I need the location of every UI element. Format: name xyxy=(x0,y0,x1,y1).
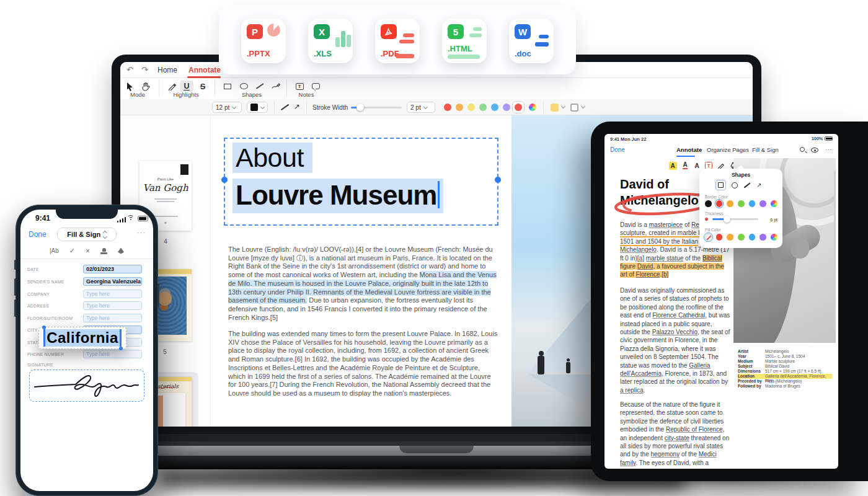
rectangle-shape-icon[interactable] xyxy=(221,81,234,92)
pie-chart-icon xyxy=(267,24,280,37)
highlight-pen-icon[interactable] xyxy=(165,81,179,92)
powerpoint-icon: P xyxy=(247,24,263,39)
floor-suite-room-field[interactable]: Type here xyxy=(83,314,142,323)
infobox-value: Pietà (Michelangelo) xyxy=(765,379,832,384)
stamp-tool-icon[interactable] xyxy=(100,248,107,254)
text-line-bar xyxy=(448,55,480,59)
underline-text-tool-icon[interactable]: A xyxy=(680,161,690,170)
field-label: PHONE NUMBER xyxy=(27,352,64,356)
chevron-down-icon[interactable] xyxy=(581,104,585,108)
text-color-dropdown[interactable] xyxy=(247,102,268,113)
fill-orange-dot[interactable] xyxy=(727,234,733,241)
color-dot-red[interactable] xyxy=(444,104,451,111)
stroke-width-label: Stroke Width xyxy=(312,104,348,111)
line-tool-icon[interactable] xyxy=(281,104,289,110)
color-dot-yellow[interactable] xyxy=(467,104,475,111)
fill-and-sign-mode-button[interactable]: Fill & Sign xyxy=(57,228,117,241)
chevron-down-icon[interactable] xyxy=(561,104,565,108)
sender-name-field[interactable]: Georgina Valenzuela xyxy=(83,277,142,286)
scrollbar[interactable] xyxy=(834,171,836,329)
highlight-text-tool-icon[interactable]: A xyxy=(668,161,678,170)
date-field[interactable]: 02/01/2023 xyxy=(83,265,142,274)
hand-tool-icon[interactable] xyxy=(139,81,153,92)
checkmark-tool[interactable]: ✓ xyxy=(69,247,75,255)
arrow-tool-icon[interactable]: ↗ xyxy=(294,102,300,111)
square-shape-selected[interactable] xyxy=(715,180,726,190)
fill-red-dot[interactable] xyxy=(716,234,723,241)
pdf-label: .PDF xyxy=(381,49,399,58)
text-line-bar xyxy=(539,35,549,38)
stroke-size-dropdown[interactable]: 2 pt xyxy=(407,102,435,113)
done-button[interactable]: Done xyxy=(29,230,46,239)
color-wheel-icon[interactable] xyxy=(529,104,536,111)
infobox-row: SubjectBiblical David xyxy=(738,364,832,369)
color-dot-selected-red[interactable] xyxy=(515,104,522,111)
text-line-bar xyxy=(403,33,414,37)
fill-blue-dot[interactable] xyxy=(749,234,756,241)
color-dot-purple[interactable] xyxy=(503,104,510,111)
signature-box[interactable] xyxy=(29,370,144,402)
text-line-bar xyxy=(399,40,414,43)
strikethrough-text-tool-icon[interactable]: A xyxy=(692,161,702,170)
phone-number-field[interactable]: Type here xyxy=(83,350,142,359)
border-blue-dot[interactable] xyxy=(749,200,756,207)
more-menu-button[interactable]: ··· xyxy=(826,146,833,153)
tab-organize-pages[interactable]: Organize Pages xyxy=(707,146,749,153)
line-shape-icon[interactable] xyxy=(253,81,267,92)
view-settings-icon[interactable] xyxy=(811,148,818,153)
company-field[interactable]: Type here xyxy=(83,290,142,299)
line-shape[interactable] xyxy=(744,182,750,188)
fill-green-dot[interactable] xyxy=(738,234,745,241)
title-selection-box[interactable]: About Louvre Museum xyxy=(224,138,498,226)
undo-icon[interactable]: ↶ xyxy=(126,65,133,74)
circle-shape[interactable] xyxy=(732,182,738,188)
thickness-value: 6 pt xyxy=(770,218,777,222)
tab-fill-and-sign[interactable]: Fill & Sign xyxy=(752,146,779,153)
fill-color-label: Fill Color xyxy=(705,228,721,232)
tab-home[interactable]: Home xyxy=(157,66,177,74)
sticky-note-color-swatch[interactable] xyxy=(551,104,559,112)
comment-tool-icon[interactable] xyxy=(309,81,322,92)
ellipse-shape-icon[interactable] xyxy=(237,81,250,92)
text-field-tool[interactable]: |Ab xyxy=(50,247,59,254)
freehand-pen-icon[interactable] xyxy=(269,81,283,92)
fill-color-swatch[interactable] xyxy=(570,104,578,112)
active-tab-underline xyxy=(676,156,695,157)
fill-none-selected[interactable] xyxy=(705,234,712,241)
tab-annotate[interactable]: Annotate xyxy=(188,66,221,74)
text-box-tool-icon[interactable]: T xyxy=(293,81,306,92)
color-dot-orange[interactable] xyxy=(456,104,463,111)
redo-icon[interactable]: ↷ xyxy=(141,65,148,74)
stroke-slider-knob[interactable] xyxy=(356,104,364,111)
stroke-slider-track[interactable] xyxy=(360,107,402,108)
address-field[interactable]: Type here xyxy=(83,301,142,311)
border-green-dot[interactable] xyxy=(738,200,745,207)
person-head xyxy=(567,358,570,361)
color-dot-blue[interactable] xyxy=(491,104,498,111)
search-icon[interactable] xyxy=(800,147,805,152)
arrow-shape[interactable]: ↗ xyxy=(756,182,761,188)
border-purple-dot[interactable] xyxy=(760,200,766,207)
border-red-dot-selected[interactable] xyxy=(716,200,723,207)
cursor-tool-icon[interactable] xyxy=(123,81,136,92)
chevron-down-icon xyxy=(423,104,428,108)
color-wheel-icon[interactable] xyxy=(771,200,777,207)
cross-tool[interactable]: × xyxy=(86,247,90,255)
strikethrough-tool-icon[interactable]: S xyxy=(196,81,210,92)
color-wheel-icon[interactable] xyxy=(771,234,777,241)
signature-tool-icon[interactable] xyxy=(118,248,124,254)
done-button[interactable]: Done xyxy=(610,146,625,153)
font-size-dropdown[interactable]: 12 pt xyxy=(212,102,242,113)
selection-caret-left[interactable] xyxy=(43,329,45,347)
border-orange-dot[interactable] xyxy=(727,200,733,207)
selection-handle-right[interactable] xyxy=(495,177,501,183)
selection-handle-left[interactable] xyxy=(221,177,228,183)
tab-annotate[interactable]: Annotate xyxy=(676,146,702,153)
border-black-dot[interactable] xyxy=(705,200,712,207)
underline-tool-icon[interactable]: U xyxy=(180,81,193,92)
color-dot-green[interactable] xyxy=(479,104,487,111)
thickness-slider[interactable] xyxy=(712,218,758,220)
fill-purple-dot[interactable] xyxy=(760,234,766,241)
more-menu-button[interactable]: ··· xyxy=(137,229,146,236)
selection-caret-right[interactable] xyxy=(120,329,122,347)
